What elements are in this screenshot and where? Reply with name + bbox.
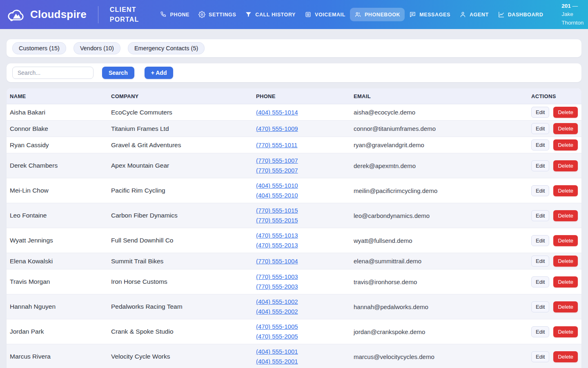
portal-label: CLIENT PORTAL [110,5,139,25]
tab-emergency-contacts[interactable]: Emergency Contacts (5) [128,42,205,54]
column-header-phone: PHONE [256,93,354,99]
contact-company: Pacific Rim Cycling [111,187,256,194]
voicemail-list-icon [305,11,312,18]
phone-link[interactable]: (404) 555-1010 [256,181,354,191]
phone-link[interactable]: (470) 555-1013 [256,231,354,240]
contact-phones: (770) 555-1015(770) 555-2015 [256,203,354,228]
nav-item-dashboard[interactable]: DASHBOARD [493,8,548,21]
contact-name: Aisha Bakari [10,109,111,116]
delete-button[interactable]: Delete [553,235,578,246]
table-header-row: NAME COMPANY PHONE EMAIL ACTIONS [7,88,581,104]
contact-company: Summit Trail Bikes [111,258,256,265]
phone-link[interactable]: (770) 555-2003 [256,282,354,292]
contact-name: Elena Kowalski [10,258,111,265]
delete-button[interactable]: Delete [553,139,578,150]
contact-phones: (404) 555-1001(404) 555-2001 [256,344,354,368]
main-content: Customers (15)Vendors (10)Emergency Cont… [0,29,588,368]
row-actions: EditDelete [531,256,578,267]
brand: Cloudspire CLIENT PORTAL [7,5,139,25]
phone-link[interactable]: (770) 555-2007 [256,166,354,175]
phone-link[interactable]: (470) 555-1005 [256,322,354,332]
delete-button[interactable]: Delete [553,301,578,312]
nav-item-agent[interactable]: AGENT [455,8,493,21]
phone-link[interactable]: (770) 555-1004 [256,256,354,266]
delete-button[interactable]: Delete [553,210,578,221]
phone-link[interactable]: (470) 555-2005 [256,332,354,341]
row-actions: EditDelete [531,235,578,246]
phone-link[interactable]: (470) 555-2013 [256,240,354,250]
person-icon [459,11,466,18]
chat-bubble-icon [409,11,416,18]
edit-button[interactable]: Edit [531,256,549,267]
phone-link[interactable]: (770) 555-1015 [256,206,354,215]
contact-company: Crank & Spoke Studio [111,328,256,335]
edit-button[interactable]: Edit [531,107,549,118]
row-actions: EditDelete [531,210,578,221]
delete-button[interactable]: Delete [553,326,578,337]
search-input[interactable] [12,67,94,79]
nav-item-label: VOICEMAIL [315,12,345,18]
phone-link[interactable]: (404) 555-1002 [256,297,354,307]
row-actions: EditDelete [531,160,578,171]
nav-item-settings[interactable]: SETTINGS [194,8,241,21]
delete-button[interactable]: Delete [553,256,578,267]
top-navbar: Cloudspire CLIENT PORTAL PHONESETTINGSCA… [0,0,588,29]
contact-name: Connor Blake [10,125,111,132]
edit-button[interactable]: Edit [531,301,549,312]
edit-button[interactable]: Edit [531,235,549,246]
contact-phones: (470) 555-1005(470) 555-2005 [256,319,354,344]
gear-icon [198,11,205,18]
column-header-company: COMPANY [111,93,256,99]
phone-link[interactable]: (404) 555-1014 [256,108,354,117]
portal-label-line2: PORTAL [110,15,139,25]
phone-link[interactable]: (404) 555-1001 [256,347,354,357]
delete-button[interactable]: Delete [553,160,578,171]
nav-item-voicemail[interactable]: VOICEMAIL [300,8,350,21]
edit-button[interactable]: Edit [531,326,549,337]
search-button[interactable]: Search [102,67,134,79]
edit-button[interactable]: Edit [531,185,549,196]
table-row: Wyatt JenningsFull Send Downhill Co(470)… [7,228,581,253]
phone-link[interactable]: (404) 555-2010 [256,191,354,200]
phone-link[interactable]: (770) 555-1007 [256,156,354,166]
contact-name: Ryan Cassidy [10,141,111,149]
edit-button[interactable]: Edit [531,276,549,287]
tab-vendors[interactable]: Vendors (10) [74,42,120,54]
nav-item-phonebook[interactable]: PHONEBOOK [350,8,405,21]
add-contact-button[interactable]: + Add [145,67,174,79]
contact-phones: (770) 555-1011 [256,138,354,153]
nav-item-messages[interactable]: MESSAGES [405,8,455,21]
nav-item-call-history[interactable]: CALL HISTORY [241,8,300,21]
delete-button[interactable]: Delete [553,185,578,196]
contact-email: marcus@velocitycycles.demo [354,353,531,360]
edit-button[interactable]: Edit [531,351,549,362]
contact-company: Carbon Fiber Dynamics [111,212,256,219]
table-row: Mei-Lin ChowPacific Rim Cycling(404) 555… [7,178,581,203]
phone-link[interactable]: (770) 555-2015 [256,215,354,225]
delete-button[interactable]: Delete [553,107,578,118]
delete-button[interactable]: Delete [553,351,578,362]
edit-button[interactable]: Edit [531,123,549,134]
phone-link[interactable]: (404) 555-2001 [256,357,354,366]
edit-button[interactable]: Edit [531,210,549,221]
table-body: Aisha BakariEcoCycle Commuters(404) 555-… [7,104,581,368]
contact-email: meilin@pacificrimcycling.demo [354,187,531,194]
nav-item-phone[interactable]: PHONE [156,8,194,21]
contact-company: Full Send Downhill Co [111,237,256,244]
contact-email: wyatt@fullsend.demo [354,237,531,244]
phone-link[interactable]: (404) 555-2002 [256,307,354,316]
contact-company: Gravel & Grit Adventures [111,141,256,149]
delete-button[interactable]: Delete [553,276,578,287]
edit-button[interactable]: Edit [531,160,549,171]
tab-customers[interactable]: Customers (15) [12,42,66,54]
row-actions: EditDelete [531,301,578,312]
phone-link[interactable]: (770) 555-1011 [256,140,354,150]
phone-link[interactable]: (470) 555-1009 [256,124,354,134]
delete-button[interactable]: Delete [553,123,578,134]
phonebook-people-icon [354,11,361,18]
phone-link[interactable]: (770) 555-1003 [256,272,354,282]
edit-button[interactable]: Edit [531,139,549,150]
brand-divider [98,6,98,23]
contact-name: Travis Morgan [10,278,111,285]
funnel-icon [245,11,252,18]
